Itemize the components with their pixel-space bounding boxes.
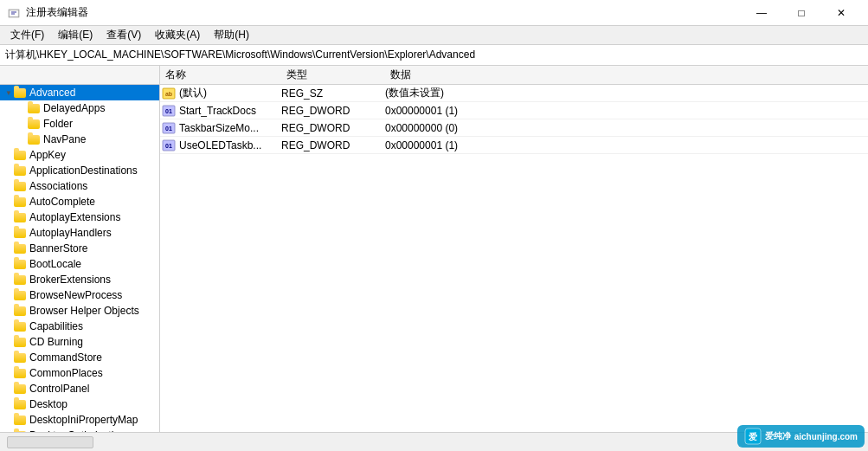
folder-icon xyxy=(14,164,26,177)
folder-icon xyxy=(14,336,26,348)
title-bar-controls: — □ ✕ xyxy=(742,0,861,26)
title-bar-left: 注册表编辑器 xyxy=(7,5,88,20)
folder-icon xyxy=(14,227,26,239)
window-title: 注册表编辑器 xyxy=(26,5,88,20)
tree-item-commonplaces[interactable]: CommonPlaces xyxy=(0,365,159,381)
tree-arrow xyxy=(3,290,14,300)
svg-text:爱: 爱 xyxy=(749,432,757,441)
tree-item-bannerstore[interactable]: BannerStore xyxy=(0,241,159,256)
tree-arrow xyxy=(17,103,28,113)
folder-icon xyxy=(14,242,26,254)
tree-item-capabilities[interactable]: Capabilities xyxy=(0,319,159,334)
tree-item-label: Capabilities xyxy=(28,320,83,332)
tree-item-delayedapps[interactable]: DelayedApps xyxy=(0,100,159,116)
menu-bar: 文件(F)编辑(E)查看(V)收藏夹(A)帮助(H) xyxy=(0,26,868,45)
registry-data: (数值未设置) xyxy=(385,86,868,100)
tree-item-autocomplete[interactable]: AutoComplete xyxy=(0,194,159,209)
tree-item-label: AutoplayExtensions xyxy=(28,211,120,223)
tree-item-controlpanel[interactable]: ControlPanel xyxy=(0,381,159,396)
tree-arrow xyxy=(17,119,28,129)
menu-item-h[interactable]: 帮助(H) xyxy=(207,26,256,44)
tree-item-cd-burning[interactable]: CD Burning xyxy=(0,334,159,350)
close-button[interactable]: ✕ xyxy=(821,0,861,26)
registry-type: REG_DWORD xyxy=(281,122,385,134)
folder-icon xyxy=(14,383,26,395)
title-bar: 注册表编辑器 — □ ✕ xyxy=(0,0,868,26)
tree-item-advanced[interactable]: ▼Advanced xyxy=(0,85,159,100)
address-bar: 计算机\HKEY_LOCAL_MACHINE\SOFTWARE\Microsof… xyxy=(0,45,868,66)
registry-row[interactable]: 01 UseOLEDTaskb...REG_DWORD0x00000001 (1… xyxy=(160,137,868,154)
col-type-header: 类型 xyxy=(281,66,385,84)
tree-arrow: ▼ xyxy=(3,87,14,98)
tree-item-autoplayhandlers[interactable]: AutoplayHandlers xyxy=(0,225,159,241)
main-content: ▼AdvancedDelayedAppsFolderNavPaneAppKeyA… xyxy=(0,85,868,432)
tree-item-label: AutoComplete xyxy=(28,196,95,208)
menu-item-v[interactable]: 查看(V) xyxy=(100,26,148,44)
registry-data: 0x00000000 (0) xyxy=(385,122,868,134)
tree-item-brokerextensions[interactable]: BrokerExtensions xyxy=(0,272,159,287)
watermark-subtext: aichunjing.com xyxy=(794,432,858,441)
status-scrollbar[interactable] xyxy=(7,436,93,448)
registry-values-panel: ab (默认)REG_SZ(数值未设置) 01 Start_TrackDocsR… xyxy=(160,85,868,432)
tree-arrow xyxy=(3,259,14,269)
watermark: 爱 爱纯净 aichunjing.com xyxy=(737,425,865,448)
tree-item-label: DelayedApps xyxy=(42,102,105,114)
registry-data: 0x00000001 (1) xyxy=(385,139,868,151)
tree-item-commandstore[interactable]: CommandStore xyxy=(0,350,159,365)
tree-item-label: Associations xyxy=(28,180,87,192)
registry-name: Start_TrackDocs xyxy=(177,105,281,117)
tree-item-desktopinipropertymap[interactable]: DesktopIniPropertyMap xyxy=(0,412,159,428)
registry-row[interactable]: 01 TaskbarSizeMo...REG_DWORD0x00000000 (… xyxy=(160,119,868,137)
folder-icon xyxy=(28,102,40,114)
tree-item-appkey[interactable]: AppKey xyxy=(0,147,159,163)
menu-item-f[interactable]: 文件(F) xyxy=(3,26,51,44)
menu-item-e[interactable]: 编辑(E) xyxy=(51,26,100,44)
svg-rect-1 xyxy=(10,10,18,16)
tree-item-bootlocale[interactable]: BootLocale xyxy=(0,256,159,272)
registry-row[interactable]: ab (默认)REG_SZ(数值未设置) xyxy=(160,85,868,102)
tree-item-label: Folder xyxy=(42,118,73,130)
tree-item-navpane[interactable]: NavPane xyxy=(0,132,159,147)
registry-type: REG_SZ xyxy=(281,87,385,100)
tree-item-label: DesktopIniPropertyMap xyxy=(28,414,138,426)
tree-item-browsenewprocess[interactable]: BrowseNewProcess xyxy=(0,287,159,303)
tree-item-browser-helper-objects[interactable]: Browser Helper Objects xyxy=(0,303,159,319)
folder-icon xyxy=(14,180,26,192)
folder-icon xyxy=(14,289,26,301)
tree-item-label: BrowseNewProcess xyxy=(28,289,122,301)
svg-text:01: 01 xyxy=(165,143,172,149)
tree-item-label: Advanced xyxy=(28,87,75,99)
maximize-button[interactable]: □ xyxy=(781,0,821,26)
folder-icon xyxy=(14,258,26,270)
registry-row[interactable]: 01 Start_TrackDocsREG_DWORD0x00000001 (1… xyxy=(160,102,868,119)
registry-name: (默认) xyxy=(177,86,281,100)
folder-icon xyxy=(14,196,26,208)
tree-item-desktop[interactable]: Desktop xyxy=(0,396,159,412)
tree-arrow xyxy=(3,228,14,238)
folder-icon xyxy=(14,367,26,379)
tree-item-applicationdestinations[interactable]: ApplicationDestinations xyxy=(0,163,159,178)
registry-tree: ▼AdvancedDelayedAppsFolderNavPaneAppKeyA… xyxy=(0,85,160,432)
minimize-button[interactable]: — xyxy=(742,0,781,26)
tree-item-label: ApplicationDestinations xyxy=(28,164,138,177)
tree-arrow xyxy=(3,165,14,176)
tree-arrow xyxy=(3,150,14,160)
svg-text:ab: ab xyxy=(165,91,172,97)
col-data-header: 数据 xyxy=(385,66,868,84)
tree-arrow xyxy=(3,306,14,316)
folder-icon xyxy=(28,133,40,145)
app-icon xyxy=(7,6,21,20)
tree-item-associations[interactable]: Associations xyxy=(0,178,159,194)
tree-arrow xyxy=(3,352,14,363)
menu-item-a[interactable]: 收藏夹(A) xyxy=(148,26,207,44)
tree-arrow xyxy=(3,274,14,285)
tree-item-label: ControlPanel xyxy=(28,383,89,395)
tree-item-folder[interactable]: Folder xyxy=(0,116,159,132)
tree-arrow xyxy=(3,212,14,222)
tree-item-label: BrokerExtensions xyxy=(28,274,111,286)
tree-item-label: BannerStore xyxy=(28,242,87,254)
tree-arrow xyxy=(3,337,14,347)
tree-item-autoplayextensions[interactable]: AutoplayExtensions xyxy=(0,209,159,225)
svg-text:01: 01 xyxy=(165,108,172,114)
tree-item-label: Desktop xyxy=(28,398,68,410)
